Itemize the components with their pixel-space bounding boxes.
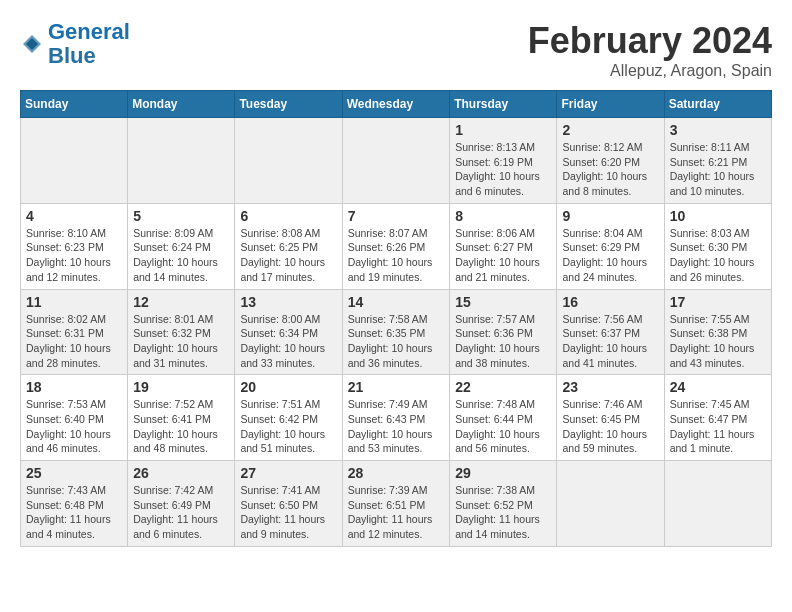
week-row-4: 18Sunrise: 7:53 AM Sunset: 6:40 PM Dayli… — [21, 375, 772, 461]
day-info: Sunrise: 8:09 AM Sunset: 6:24 PM Dayligh… — [133, 226, 229, 285]
day-header-saturday: Saturday — [664, 91, 771, 118]
calendar-cell — [21, 118, 128, 204]
day-info: Sunrise: 7:53 AM Sunset: 6:40 PM Dayligh… — [26, 397, 122, 456]
day-info: Sunrise: 7:39 AM Sunset: 6:51 PM Dayligh… — [348, 483, 445, 542]
logo-general: General — [48, 19, 130, 44]
calendar-cell: 12Sunrise: 8:01 AM Sunset: 6:32 PM Dayli… — [128, 289, 235, 375]
day-info: Sunrise: 8:08 AM Sunset: 6:25 PM Dayligh… — [240, 226, 336, 285]
calendar-cell: 21Sunrise: 7:49 AM Sunset: 6:43 PM Dayli… — [342, 375, 450, 461]
week-row-5: 25Sunrise: 7:43 AM Sunset: 6:48 PM Dayli… — [21, 461, 772, 547]
day-number: 19 — [133, 379, 229, 395]
day-info: Sunrise: 7:48 AM Sunset: 6:44 PM Dayligh… — [455, 397, 551, 456]
calendar-cell: 27Sunrise: 7:41 AM Sunset: 6:50 PM Dayli… — [235, 461, 342, 547]
calendar-cell: 13Sunrise: 8:00 AM Sunset: 6:34 PM Dayli… — [235, 289, 342, 375]
day-header-monday: Monday — [128, 91, 235, 118]
day-info: Sunrise: 7:49 AM Sunset: 6:43 PM Dayligh… — [348, 397, 445, 456]
day-info: Sunrise: 7:58 AM Sunset: 6:35 PM Dayligh… — [348, 312, 445, 371]
calendar-cell: 16Sunrise: 7:56 AM Sunset: 6:37 PM Dayli… — [557, 289, 664, 375]
day-info: Sunrise: 8:04 AM Sunset: 6:29 PM Dayligh… — [562, 226, 658, 285]
day-info: Sunrise: 8:13 AM Sunset: 6:19 PM Dayligh… — [455, 140, 551, 199]
day-info: Sunrise: 7:56 AM Sunset: 6:37 PM Dayligh… — [562, 312, 658, 371]
calendar-table: SundayMondayTuesdayWednesdayThursdayFrid… — [20, 90, 772, 547]
day-info: Sunrise: 8:10 AM Sunset: 6:23 PM Dayligh… — [26, 226, 122, 285]
day-header-wednesday: Wednesday — [342, 91, 450, 118]
day-number: 8 — [455, 208, 551, 224]
calendar-cell: 10Sunrise: 8:03 AM Sunset: 6:30 PM Dayli… — [664, 203, 771, 289]
day-number: 4 — [26, 208, 122, 224]
calendar-cell: 7Sunrise: 8:07 AM Sunset: 6:26 PM Daylig… — [342, 203, 450, 289]
day-number: 18 — [26, 379, 122, 395]
day-number: 25 — [26, 465, 122, 481]
day-info: Sunrise: 8:02 AM Sunset: 6:31 PM Dayligh… — [26, 312, 122, 371]
day-header-thursday: Thursday — [450, 91, 557, 118]
calendar-cell: 24Sunrise: 7:45 AM Sunset: 6:47 PM Dayli… — [664, 375, 771, 461]
day-info: Sunrise: 8:00 AM Sunset: 6:34 PM Dayligh… — [240, 312, 336, 371]
calendar-cell — [664, 461, 771, 547]
day-number: 10 — [670, 208, 766, 224]
day-info: Sunrise: 7:57 AM Sunset: 6:36 PM Dayligh… — [455, 312, 551, 371]
calendar-cell: 15Sunrise: 7:57 AM Sunset: 6:36 PM Dayli… — [450, 289, 557, 375]
calendar-cell: 17Sunrise: 7:55 AM Sunset: 6:38 PM Dayli… — [664, 289, 771, 375]
day-info: Sunrise: 7:52 AM Sunset: 6:41 PM Dayligh… — [133, 397, 229, 456]
day-info: Sunrise: 7:43 AM Sunset: 6:48 PM Dayligh… — [26, 483, 122, 542]
day-info: Sunrise: 8:11 AM Sunset: 6:21 PM Dayligh… — [670, 140, 766, 199]
location-title: Allepuz, Aragon, Spain — [528, 62, 772, 80]
calendar-cell: 22Sunrise: 7:48 AM Sunset: 6:44 PM Dayli… — [450, 375, 557, 461]
calendar-cell: 20Sunrise: 7:51 AM Sunset: 6:42 PM Dayli… — [235, 375, 342, 461]
day-number: 16 — [562, 294, 658, 310]
day-info: Sunrise: 7:51 AM Sunset: 6:42 PM Dayligh… — [240, 397, 336, 456]
day-number: 17 — [670, 294, 766, 310]
calendar-cell: 5Sunrise: 8:09 AM Sunset: 6:24 PM Daylig… — [128, 203, 235, 289]
calendar-cell: 2Sunrise: 8:12 AM Sunset: 6:20 PM Daylig… — [557, 118, 664, 204]
day-info: Sunrise: 8:01 AM Sunset: 6:32 PM Dayligh… — [133, 312, 229, 371]
calendar-header: SundayMondayTuesdayWednesdayThursdayFrid… — [21, 91, 772, 118]
day-info: Sunrise: 7:46 AM Sunset: 6:45 PM Dayligh… — [562, 397, 658, 456]
calendar-cell: 29Sunrise: 7:38 AM Sunset: 6:52 PM Dayli… — [450, 461, 557, 547]
logo-blue: Blue — [48, 43, 96, 68]
day-number: 3 — [670, 122, 766, 138]
day-number: 23 — [562, 379, 658, 395]
day-number: 5 — [133, 208, 229, 224]
day-info: Sunrise: 8:12 AM Sunset: 6:20 PM Dayligh… — [562, 140, 658, 199]
day-header-tuesday: Tuesday — [235, 91, 342, 118]
calendar-cell — [128, 118, 235, 204]
calendar-cell: 11Sunrise: 8:02 AM Sunset: 6:31 PM Dayli… — [21, 289, 128, 375]
day-info: Sunrise: 7:45 AM Sunset: 6:47 PM Dayligh… — [670, 397, 766, 456]
day-number: 27 — [240, 465, 336, 481]
calendar-cell: 28Sunrise: 7:39 AM Sunset: 6:51 PM Dayli… — [342, 461, 450, 547]
day-info: Sunrise: 7:38 AM Sunset: 6:52 PM Dayligh… — [455, 483, 551, 542]
calendar-cell — [557, 461, 664, 547]
logo: General Blue — [20, 20, 130, 68]
day-number: 21 — [348, 379, 445, 395]
day-number: 6 — [240, 208, 336, 224]
calendar-cell — [235, 118, 342, 204]
day-header-sunday: Sunday — [21, 91, 128, 118]
day-info: Sunrise: 8:06 AM Sunset: 6:27 PM Dayligh… — [455, 226, 551, 285]
day-info: Sunrise: 8:03 AM Sunset: 6:30 PM Dayligh… — [670, 226, 766, 285]
calendar-cell: 14Sunrise: 7:58 AM Sunset: 6:35 PM Dayli… — [342, 289, 450, 375]
day-number: 20 — [240, 379, 336, 395]
day-info: Sunrise: 7:41 AM Sunset: 6:50 PM Dayligh… — [240, 483, 336, 542]
day-number: 13 — [240, 294, 336, 310]
day-number: 9 — [562, 208, 658, 224]
day-number: 2 — [562, 122, 658, 138]
month-title: February 2024 — [528, 20, 772, 62]
day-number: 15 — [455, 294, 551, 310]
day-number: 28 — [348, 465, 445, 481]
calendar-cell: 8Sunrise: 8:06 AM Sunset: 6:27 PM Daylig… — [450, 203, 557, 289]
day-number: 24 — [670, 379, 766, 395]
title-section: February 2024 Allepuz, Aragon, Spain — [528, 20, 772, 80]
day-number: 11 — [26, 294, 122, 310]
week-row-2: 4Sunrise: 8:10 AM Sunset: 6:23 PM Daylig… — [21, 203, 772, 289]
day-info: Sunrise: 8:07 AM Sunset: 6:26 PM Dayligh… — [348, 226, 445, 285]
page-header: General Blue February 2024 Allepuz, Arag… — [20, 20, 772, 80]
calendar-cell: 6Sunrise: 8:08 AM Sunset: 6:25 PM Daylig… — [235, 203, 342, 289]
calendar-cell: 23Sunrise: 7:46 AM Sunset: 6:45 PM Dayli… — [557, 375, 664, 461]
calendar-cell: 9Sunrise: 8:04 AM Sunset: 6:29 PM Daylig… — [557, 203, 664, 289]
calendar-cell: 18Sunrise: 7:53 AM Sunset: 6:40 PM Dayli… — [21, 375, 128, 461]
logo-icon — [20, 32, 44, 56]
day-info: Sunrise: 7:55 AM Sunset: 6:38 PM Dayligh… — [670, 312, 766, 371]
day-number: 1 — [455, 122, 551, 138]
day-number: 7 — [348, 208, 445, 224]
week-row-3: 11Sunrise: 8:02 AM Sunset: 6:31 PM Dayli… — [21, 289, 772, 375]
